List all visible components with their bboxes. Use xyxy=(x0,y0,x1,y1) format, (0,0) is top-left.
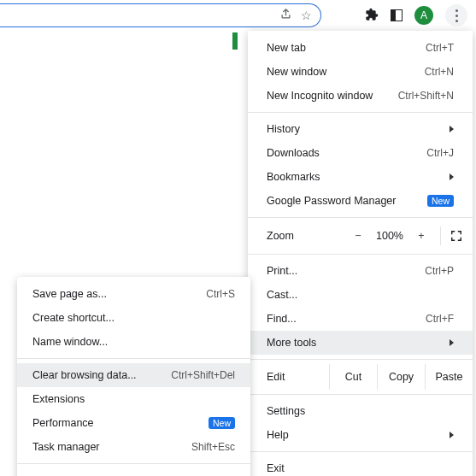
menu-item-label: New Incognito window xyxy=(267,90,398,102)
zoom-label: Zoom xyxy=(267,230,346,242)
menu-item-label: Settings xyxy=(267,405,454,417)
menu-item-label: Bookmarks xyxy=(267,171,450,183)
menu-item-label: Downloads xyxy=(267,147,426,159)
menu-item-label: Find... xyxy=(267,313,426,325)
zoom-in-button[interactable]: + xyxy=(409,230,433,242)
menu-cast[interactable]: Cast... xyxy=(248,283,473,307)
menu-item-label: New tab xyxy=(267,42,426,54)
menu-new-window[interactable]: New window Ctrl+N xyxy=(248,60,473,84)
chevron-right-icon xyxy=(450,432,454,438)
shortcut-text: Ctrl+P xyxy=(425,265,454,277)
chevron-right-icon xyxy=(450,126,454,132)
menu-downloads[interactable]: Downloads Ctrl+J xyxy=(248,141,473,165)
menu-edit: Edit Cut Copy Paste xyxy=(248,364,473,390)
chevron-right-icon xyxy=(450,173,454,180)
browser-toolbar: ☆ A xyxy=(0,0,476,31)
menu-exit[interactable]: Exit xyxy=(248,456,473,476)
edit-label: Edit xyxy=(248,371,329,383)
menu-find[interactable]: Find... Ctrl+F xyxy=(248,307,473,331)
menu-bookmarks[interactable]: Bookmarks xyxy=(248,165,473,189)
extensions-icon[interactable] xyxy=(365,8,379,24)
menu-help[interactable]: Help xyxy=(248,423,473,447)
copy-button[interactable]: Copy xyxy=(377,364,425,390)
submenu-create-shortcut[interactable]: Create shortcut... xyxy=(17,306,250,330)
paste-button[interactable]: Paste xyxy=(425,364,473,390)
menu-item-label: Create shortcut... xyxy=(32,312,235,324)
new-badge: New xyxy=(209,417,235,429)
menu-item-label: Help xyxy=(267,429,450,441)
menu-item-label: Print... xyxy=(267,265,425,277)
chevron-right-icon xyxy=(450,339,454,346)
menu-item-label: Name window... xyxy=(32,336,235,348)
main-menu: New tab Ctrl+T New window Ctrl+N New Inc… xyxy=(248,31,473,476)
menu-item-label: Exit xyxy=(267,462,454,474)
menu-new-incognito[interactable]: New Incognito window Ctrl+Shift+N xyxy=(248,84,473,108)
menu-item-label: Cast... xyxy=(267,289,454,301)
menu-item-label: Task manager xyxy=(32,441,191,453)
menu-item-label: Clear browsing data... xyxy=(32,369,171,381)
submenu-task-manager[interactable]: Task manager Shift+Esc xyxy=(17,435,250,459)
more-tools-submenu: Save page as... Ctrl+S Create shortcut..… xyxy=(17,277,250,476)
shortcut-text: Ctrl+S xyxy=(206,288,235,300)
shortcut-text: Ctrl+Shift+N xyxy=(398,90,454,102)
menu-history[interactable]: History xyxy=(248,117,473,141)
submenu-developer-tools[interactable]: Developer tools Ctrl+Shift+I xyxy=(17,468,250,476)
cut-button[interactable]: Cut xyxy=(329,364,377,390)
menu-item-label: Google Password Manager xyxy=(267,195,420,207)
shortcut-text: Ctrl+J xyxy=(426,147,454,159)
menu-new-tab[interactable]: New tab Ctrl+T xyxy=(248,36,473,60)
menu-print[interactable]: Print... Ctrl+P xyxy=(248,259,473,283)
shortcut-text: Ctrl+N xyxy=(425,66,454,78)
fullscreen-icon[interactable] xyxy=(440,226,462,245)
menu-more-tools[interactable]: More tools xyxy=(248,331,473,355)
submenu-performance[interactable]: Performance New xyxy=(17,411,250,435)
bookmark-star-icon[interactable]: ☆ xyxy=(301,9,312,22)
menu-item-label: History xyxy=(267,123,450,135)
zoom-percent: 100% xyxy=(370,230,409,242)
menu-item-label: New window xyxy=(267,66,425,78)
shortcut-text: Ctrl+Shift+Del xyxy=(171,369,235,381)
share-icon[interactable] xyxy=(279,8,292,23)
menu-item-label: Extensions xyxy=(32,393,235,405)
side-panel-icon[interactable] xyxy=(391,9,403,21)
shortcut-text: Shift+Esc xyxy=(191,441,235,453)
menu-button[interactable] xyxy=(445,4,467,26)
menu-item-label: Save page as... xyxy=(32,288,206,300)
submenu-name-window[interactable]: Name window... xyxy=(17,330,250,354)
menu-zoom: Zoom − 100% + xyxy=(248,222,473,250)
new-badge: New xyxy=(427,195,454,207)
submenu-clear-browsing-data[interactable]: Clear browsing data... Ctrl+Shift+Del xyxy=(17,363,250,387)
zoom-out-button[interactable]: − xyxy=(346,230,370,242)
shortcut-text: Ctrl+F xyxy=(426,313,454,325)
menu-settings[interactable]: Settings xyxy=(248,399,473,423)
address-bar[interactable]: ☆ xyxy=(0,3,321,27)
submenu-extensions[interactable]: Extensions xyxy=(17,387,250,411)
toolbar-right: A xyxy=(365,4,476,26)
page-accent xyxy=(232,32,238,50)
profile-avatar[interactable]: A xyxy=(414,6,433,25)
shortcut-text: Ctrl+T xyxy=(426,42,454,54)
menu-item-label: Performance xyxy=(32,417,202,429)
menu-password-manager[interactable]: Google Password Manager New xyxy=(248,189,473,213)
menu-item-label: More tools xyxy=(267,337,450,349)
submenu-save-page[interactable]: Save page as... Ctrl+S xyxy=(17,282,250,306)
